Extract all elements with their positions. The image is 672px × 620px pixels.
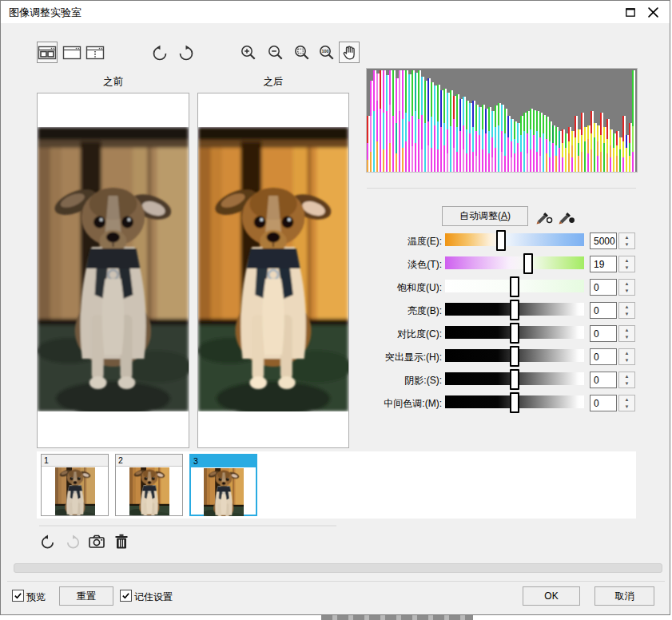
rotate-cw-button[interactable]: [176, 42, 197, 64]
slider-row: 亮度(B):0▲▼: [368, 300, 644, 323]
spinner-down-arrow[interactable]: ▼: [619, 288, 634, 296]
snapshot-thumbnail[interactable]: 1: [41, 454, 109, 516]
tint-slider-track[interactable]: [445, 256, 584, 269]
thumbnail-number: 1: [42, 455, 108, 467]
remember-settings-checkbox[interactable]: [120, 590, 132, 602]
slider-thumb[interactable]: [523, 253, 533, 274]
slider-value-input[interactable]: 0: [590, 372, 617, 388]
after-preview-panel[interactable]: [197, 93, 349, 448]
spinner-down-arrow[interactable]: ▼: [619, 380, 634, 388]
zoom-fit-button[interactable]: [292, 42, 312, 63]
histogram: [366, 68, 638, 173]
spinner-up-arrow[interactable]: ▲: [619, 233, 634, 241]
close-icon: [648, 7, 658, 18]
slider-thumb[interactable]: [510, 276, 519, 297]
histogram-divider: [367, 188, 636, 189]
before-preview-panel[interactable]: [37, 93, 189, 448]
thumbnail-strip: 123: [37, 451, 636, 519]
spinner: ▲▼: [618, 302, 635, 319]
spinner-up-arrow[interactable]: ▲: [619, 372, 634, 380]
slider-row: 饱和度(U):0▲▼: [368, 276, 644, 300]
slider-thumb[interactable]: [510, 392, 519, 413]
undo-button[interactable]: [38, 532, 57, 551]
pan-hand-button[interactable]: [339, 42, 360, 63]
slider-row: 阴影:(S):0▲▼: [368, 369, 644, 392]
check-icon: [14, 591, 22, 600]
slider-value-input[interactable]: 0: [590, 279, 617, 296]
redo-icon: [65, 534, 82, 550]
slider-row: 温度(E):5000▲▼: [368, 230, 644, 253]
slider-thumb[interactable]: [510, 346, 519, 367]
spinner-down-arrow[interactable]: ▼: [619, 264, 634, 272]
slider-label: 突出显示:(H):: [368, 351, 442, 364]
spinner: ▲▼: [618, 279, 635, 296]
auto-adjust-button[interactable]: 自动调整(A): [442, 206, 528, 226]
slider-value-input[interactable]: 0: [590, 325, 617, 342]
pan-hand-icon: [340, 44, 358, 62]
slider-value-input[interactable]: 0: [590, 395, 617, 411]
spinner-down-arrow[interactable]: ▼: [619, 403, 634, 411]
spinner-up-arrow[interactable]: ▲: [619, 256, 634, 264]
saturation-slider-track[interactable]: [445, 280, 584, 292]
slider-thumb[interactable]: [510, 300, 519, 320]
spinner-down-arrow[interactable]: ▼: [619, 357, 634, 365]
progress-bar: [14, 563, 662, 573]
rotate-ccw-button[interactable]: [149, 42, 170, 64]
gray-slider-track[interactable]: [445, 395, 584, 408]
maximize-button[interactable]: [622, 4, 638, 20]
ok-button[interactable]: OK: [523, 586, 580, 606]
slider-label: 对比度(C):: [368, 328, 442, 341]
zoom-100-button[interactable]: 100: [316, 42, 337, 63]
snapshot-camera-button[interactable]: [87, 532, 106, 551]
slider-value-input[interactable]: 0: [590, 348, 617, 365]
before-photo[interactable]: [38, 127, 189, 411]
preview-checkbox[interactable]: [12, 590, 24, 602]
black-point-eyedropper-button[interactable]: [556, 206, 577, 226]
gray-slider-track[interactable]: [445, 349, 584, 362]
single-preview-button[interactable]: [62, 42, 82, 63]
after-photo[interactable]: [198, 127, 348, 411]
spinner-up-arrow[interactable]: ▲: [619, 326, 634, 334]
before-label: 之前: [37, 75, 189, 89]
spinner-up-arrow[interactable]: ▲: [619, 303, 634, 311]
spinner-up-arrow[interactable]: ▲: [619, 280, 634, 288]
spinner-down-arrow[interactable]: ▼: [619, 241, 634, 249]
split-preview-button[interactable]: [85, 42, 105, 63]
zoom-fit-icon: [293, 44, 311, 62]
slider-thumb[interactable]: [510, 369, 519, 390]
spinner-down-arrow[interactable]: ▼: [619, 311, 634, 319]
rotate-ccw-icon: [151, 45, 169, 62]
cancel-button[interactable]: 取消: [594, 586, 654, 606]
spinner-up-arrow[interactable]: ▲: [619, 395, 634, 403]
slider-value-input[interactable]: 19: [590, 256, 617, 272]
slider-label: 饱和度(U):: [368, 281, 442, 295]
white-point-eyedropper-icon: [535, 207, 554, 226]
gray-slider-track[interactable]: [445, 326, 584, 339]
slider-thumb[interactable]: [510, 323, 519, 344]
reset-button[interactable]: 重置: [59, 586, 113, 606]
delete-trash-button[interactable]: [112, 532, 131, 551]
before-after-preview-button[interactable]: [37, 42, 58, 63]
redo-button[interactable]: [63, 532, 82, 551]
zoom-in-button[interactable]: [238, 42, 259, 63]
slider-value-input[interactable]: 5000: [590, 232, 617, 249]
dialog-title: 图像调整实验室: [9, 6, 82, 20]
zoom-100-icon: 100: [318, 44, 336, 62]
slider-thumb[interactable]: [496, 230, 506, 251]
snapshot-thumbnail[interactable]: 2: [115, 454, 183, 516]
thumbnail-photo: [129, 467, 169, 515]
gray-slider-track[interactable]: [445, 303, 584, 316]
slider-value-input[interactable]: 0: [590, 302, 617, 319]
thumbnail-scrollbar[interactable]: [39, 525, 336, 527]
white-point-eyedropper-button[interactable]: [534, 206, 555, 226]
spinner-down-arrow[interactable]: ▼: [619, 334, 634, 342]
thumbnail-image: [116, 467, 182, 515]
close-button[interactable]: [645, 4, 661, 20]
temperature-slider-track[interactable]: [445, 233, 584, 246]
snapshot-thumbnail[interactable]: 3: [189, 454, 257, 516]
zoom-out-button[interactable]: [265, 42, 286, 63]
image-adjustment-lab-dialog: 图像调整实验室 100 之前 之后 自动调整(A) 温度(E):5000▲▼淡色…: [0, 0, 670, 615]
spinner-up-arrow[interactable]: ▲: [619, 349, 634, 357]
gray-slider-track[interactable]: [445, 372, 584, 385]
thumbnail-photo: [204, 468, 244, 516]
